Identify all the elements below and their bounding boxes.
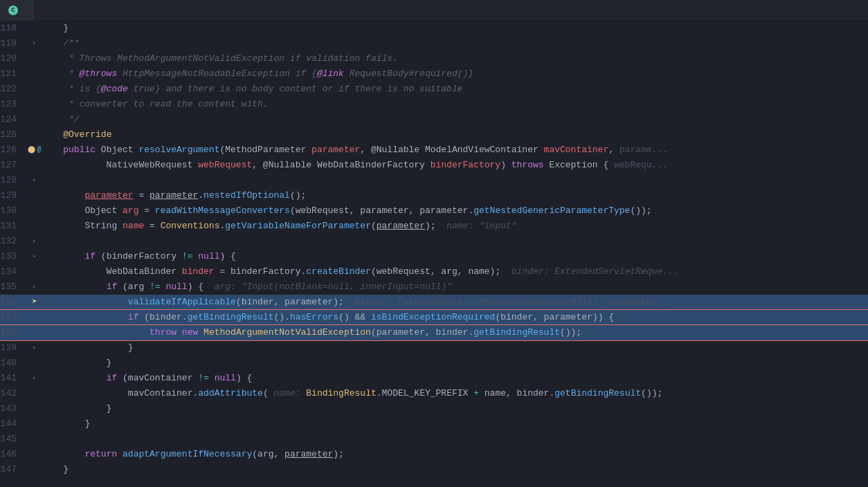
code-token: ( xyxy=(252,449,257,459)
line-number: 132 xyxy=(0,234,28,249)
code-token xyxy=(42,327,150,338)
code-token: (MethodParameter xyxy=(219,145,311,155)
debug-arrow-icon: ➤ xyxy=(32,295,37,310)
code-token xyxy=(42,190,84,201)
code-token: } xyxy=(63,23,69,33)
table-row: 131 String name = Conventions.getVariabl… xyxy=(0,219,868,234)
table-row: 128▸ xyxy=(0,173,868,188)
table-row: 122 * is {@code true} and there is no bo… xyxy=(0,82,868,97)
line-content: * is {@code true} and there is no body c… xyxy=(42,82,868,97)
table-row: 118 } xyxy=(0,21,868,36)
code-token: ); xyxy=(425,221,446,231)
code-token xyxy=(198,327,204,338)
code-token: */ xyxy=(42,114,80,125)
fold-icon[interactable]: ▸ xyxy=(33,234,37,249)
table-row: 144 } xyxy=(0,416,868,432)
code-token: != xyxy=(144,282,165,292)
line-number: 123 xyxy=(0,97,28,112)
code-token: * xyxy=(42,84,80,94)
code-token: binder: ExtendedServletRequestDataBinder… xyxy=(355,297,673,307)
code-token: nestedIfOptional xyxy=(204,190,290,201)
code-token: name xyxy=(123,221,144,231)
fold-icon[interactable]: ▸ xyxy=(33,340,37,356)
table-row: 145 xyxy=(0,432,868,447)
table-row: 134 WebDataBinder binder = binderFactory… xyxy=(0,264,868,279)
tab-file[interactable]: C xyxy=(0,0,35,21)
code-token: getNestedGenericParameterType xyxy=(473,205,630,216)
code-token xyxy=(42,282,107,292)
table-row: 126⬤@ public Object resolveArgument(Meth… xyxy=(0,143,868,158)
gutter-cell: ▸ xyxy=(28,310,42,325)
code-token: * xyxy=(42,68,80,79)
code-token: ); xyxy=(333,449,344,459)
line-number: 133 xyxy=(0,249,28,264)
line-content: parameter = parameter.nestedIfOptional()… xyxy=(42,188,868,203)
table-row: 125 @Override xyxy=(0,127,868,143)
fold-icon[interactable]: ▸ xyxy=(33,173,37,188)
code-token: readWithMessageConverters xyxy=(155,205,290,216)
code-token: () && xyxy=(338,312,371,322)
code-token: getBindingResult xyxy=(188,312,274,322)
tab-bar: C xyxy=(0,0,868,21)
code-token: ) { xyxy=(236,373,252,383)
code-token: , xyxy=(458,266,469,277)
code-token: . xyxy=(198,190,204,201)
code-token: hasErrors xyxy=(290,312,338,322)
line-number: 121 xyxy=(0,66,28,82)
code-token: ) xyxy=(500,160,512,170)
fold-icon[interactable]: ▸ xyxy=(33,310,37,325)
code-token: parameter xyxy=(284,449,333,459)
line-number: 141 xyxy=(0,371,28,386)
fold-icon[interactable]: ▸ xyxy=(33,249,37,264)
code-token: null xyxy=(165,282,187,292)
line-number: 145 xyxy=(0,432,28,447)
code-token: , xyxy=(274,449,285,459)
table-row: 142 mavContainer.addAttribute( name: Bin… xyxy=(0,386,868,401)
code-token: , xyxy=(608,145,620,155)
code-token: binder xyxy=(242,297,274,307)
line-content: throw new MethodArgumentNotValidExceptio… xyxy=(42,325,868,340)
line-number: 136 xyxy=(0,295,28,310)
code-token: binderFactory xyxy=(230,266,300,277)
code-token: binder: ExtendedServletReque... xyxy=(512,266,679,277)
code-token: getVariableNameForParameter xyxy=(225,221,371,231)
code-token: ); xyxy=(490,266,512,277)
code-token: parameter xyxy=(544,312,593,322)
gutter-cell: ▸ xyxy=(28,36,42,51)
line-number: 127 xyxy=(0,158,28,173)
code-token: adaptArgumentIfNecessary xyxy=(123,449,252,459)
line-number: 118 xyxy=(0,21,28,36)
code-token: MODEL_KEY_PREFIX xyxy=(382,388,469,398)
line-number: 122 xyxy=(0,82,28,97)
line-content: * @throws HttpMessageNotReadableExceptio… xyxy=(42,66,868,82)
bookmark-icon: @ xyxy=(37,143,41,158)
code-token: arg: "Input(notBlank=null, innerInput=nu… xyxy=(215,282,452,292)
code-token xyxy=(42,449,84,459)
code-token: resolveArgument xyxy=(138,145,219,155)
line-content: @Override xyxy=(42,127,868,143)
gutter-cell: ▸ xyxy=(28,173,42,188)
line-number: 130 xyxy=(0,203,28,219)
code-token xyxy=(42,312,128,322)
code-token: Throws MethodArgumentNotValidException i… xyxy=(80,53,398,64)
code-token: * xyxy=(42,53,80,64)
code-token: BindingResult xyxy=(306,388,376,398)
code-token: WebDataBinder xyxy=(42,266,182,277)
fold-icon[interactable]: ▸ xyxy=(33,371,37,386)
code-token: ()); xyxy=(641,388,662,398)
gutter-cell: ▸ xyxy=(28,340,42,356)
code-token: new xyxy=(182,327,198,338)
line-content: String name = Conventions.getVariableNam… xyxy=(42,219,868,234)
code-token: validateIfApplicable xyxy=(128,297,236,307)
line-content: } xyxy=(42,401,868,416)
code-token: null xyxy=(215,373,236,383)
fold-icon[interactable]: ▸ xyxy=(33,36,37,51)
code-token: getBindingResult xyxy=(554,388,641,398)
code-token: throw xyxy=(150,327,177,338)
fold-icon[interactable]: ▸ xyxy=(33,279,37,295)
code-token xyxy=(177,327,182,338)
code-token: parameter xyxy=(377,327,425,338)
code-token: binder xyxy=(150,312,182,322)
code-token: ( xyxy=(236,297,242,307)
line-content: * converter to read the content with. xyxy=(42,97,868,112)
